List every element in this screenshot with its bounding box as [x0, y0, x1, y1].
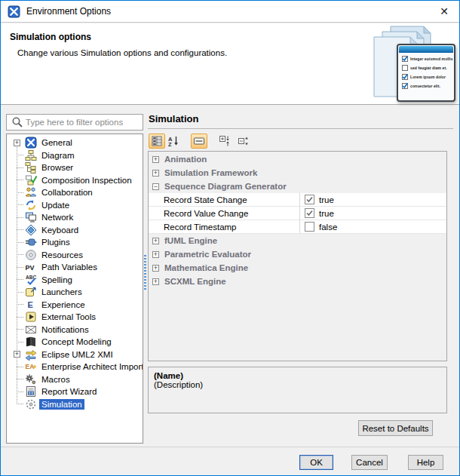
- options-tree[interactable]: +GeneralDiagramBrowserComposition Inspec…: [6, 134, 143, 444]
- option-group-parametric-evaluator[interactable]: +Parametric Evaluator: [149, 247, 446, 261]
- path-variables-icon: PV: [25, 261, 37, 273]
- record-state-change-checkbox[interactable]: [305, 195, 314, 204]
- sidebar-item-path-variables[interactable]: PVPath Variables: [7, 261, 143, 274]
- option-label: Record State Change: [149, 193, 299, 206]
- tree-branch-line: [17, 392, 23, 392]
- reset-to-defaults-button[interactable]: Reset to Defaults: [358, 420, 433, 436]
- splitter-handle[interactable]: [144, 255, 146, 291]
- categorized-view-button[interactable]: [149, 134, 165, 149]
- option-group-sequence-diagram-generator[interactable]: −Sequence Diagram Generator: [149, 180, 446, 193]
- help-button[interactable]: Help: [408, 455, 443, 470]
- sidebar-item-resources[interactable]: Resources: [7, 249, 143, 262]
- sidebar-item-plugins[interactable]: Plugins: [7, 236, 143, 249]
- filter-input[interactable]: [26, 118, 140, 127]
- option-row-record-timestamp[interactable]: Record Timestampfalse: [149, 220, 446, 234]
- tree-branch-line: [17, 329, 23, 330]
- title-separator: [148, 128, 453, 129]
- option-name-placeholder: (Name): [154, 371, 441, 380]
- record-value-change-checkbox[interactable]: [305, 208, 314, 218]
- tree-branch-line: [17, 204, 23, 205]
- sidebar-item-external-tools[interactable]: External Tools: [7, 311, 143, 324]
- sidebar-item-simulation[interactable]: Simulation: [7, 398, 143, 411]
- footer-separator: [1, 447, 459, 447]
- search-icon: [11, 116, 23, 128]
- checklist-item: sed feugiat diam et.: [402, 65, 452, 71]
- sidebar-item-update[interactable]: Update: [7, 199, 143, 212]
- option-row-record-value-change[interactable]: Record Value Changetrue: [149, 207, 446, 220]
- option-row-record-state-change[interactable]: Record State Changetrue: [149, 193, 446, 207]
- collapse-all-icon: [238, 135, 250, 147]
- expand-box-icon[interactable]: +: [152, 238, 159, 244]
- checklist-item-label: Lorem ipsum dolor: [410, 75, 446, 79]
- checked-checkbox-icon: [402, 74, 408, 80]
- tree-expand-icon[interactable]: +: [14, 351, 20, 358]
- close-icon[interactable]: ✕: [436, 5, 452, 17]
- sidebar-item-macros[interactable]: Macros: [7, 373, 143, 386]
- sidebar-item-label: Notifications: [39, 324, 91, 335]
- sidebar-item-general[interactable]: +General: [7, 137, 143, 149]
- sidebar-item-label: Enterprise Architect Import: [39, 361, 143, 372]
- external-tools-icon: [25, 311, 37, 323]
- sidebar-item-launchers[interactable]: Launchers: [7, 286, 143, 299]
- sidebar-item-label: Update: [39, 200, 72, 210]
- expand-box-icon[interactable]: +: [152, 170, 159, 177]
- option-group-animation[interactable]: +Animation: [149, 152, 446, 166]
- expand-box-icon[interactable]: +: [152, 251, 159, 258]
- option-value-cell: true: [299, 193, 446, 206]
- sidebar-item-report-wizard[interactable]: Report Wizard: [7, 385, 143, 398]
- show-description-button[interactable]: [191, 134, 207, 149]
- collapse-all-button[interactable]: [235, 134, 252, 149]
- tree-branch-line: [17, 267, 23, 268]
- sidebar-item-diagram[interactable]: Diagram: [7, 149, 143, 162]
- option-group-simulation-framework[interactable]: +Simulation Framework: [149, 166, 446, 180]
- ok-button[interactable]: OK: [299, 455, 333, 470]
- sidebar-item-composition-inspection[interactable]: Composition Inspection: [7, 174, 143, 187]
- option-group-label: Parametric Evaluator: [164, 250, 251, 259]
- option-description-placeholder: (Description): [154, 380, 441, 389]
- option-group-mathematica-engine[interactable]: +Mathematica Engine: [149, 261, 446, 275]
- composition-inspection-icon: [25, 174, 37, 186]
- tree-branch-line: [17, 342, 23, 342]
- sidebar-item-notifications[interactable]: Notifications: [7, 324, 143, 336]
- cancel-button[interactable]: Cancel: [351, 455, 388, 470]
- checklist-item: Lorem ipsum dolor: [402, 74, 452, 80]
- svg-text:Z: Z: [168, 141, 172, 147]
- checklist-item: consectetur elit.: [402, 83, 452, 89]
- checklist-item-label: Integer euismod mollis: [410, 57, 453, 61]
- sidebar-item-network[interactable]: Network: [7, 211, 143, 224]
- sidebar-item-keyboard[interactable]: Keyboard: [7, 224, 143, 237]
- sidebar-item-eclipse-uml2-xmi[interactable]: +Eclipse UML2 XMI: [7, 349, 143, 361]
- svg-text:PV: PV: [26, 264, 35, 272]
- tree-branch-line: [17, 192, 23, 193]
- option-group-fuml-engine[interactable]: +fUML Engine: [149, 234, 446, 247]
- sidebar-item-spelling[interactable]: ABCSpelling: [7, 274, 143, 287]
- sidebar-item-label: Network: [39, 212, 75, 223]
- tree-branch-line: [17, 279, 23, 280]
- option-label: Record Timestamp: [149, 220, 299, 233]
- tree-branch-line: [17, 292, 23, 293]
- tree-branch-line: [17, 367, 23, 367]
- option-group-scxml-engine[interactable]: +SCXML Engine: [149, 275, 446, 288]
- expand-box-icon[interactable]: +: [152, 265, 159, 272]
- sidebar-item-enterprise-architect-import[interactable]: EAEnterprise Architect Import: [7, 361, 143, 373]
- sidebar-item-experience[interactable]: EExperience: [7, 299, 143, 312]
- collaboration-icon: [25, 186, 37, 198]
- tree-expand-icon[interactable]: +: [14, 140, 20, 146]
- environment-options-dialog: Environment Options ✕ Simulation options…: [0, 0, 460, 476]
- alphabetical-view-button[interactable]: AZ: [165, 134, 182, 149]
- checklist-item-label: consectetur elit.: [410, 84, 440, 88]
- expand-box-icon[interactable]: +: [152, 278, 159, 285]
- titlebar[interactable]: Environment Options ✕: [1, 1, 459, 23]
- expand-all-button[interactable]: [216, 134, 233, 149]
- sidebar-item-concept-modeling[interactable]: Concept Modeling: [7, 336, 143, 349]
- option-group-label: SCXML Engine: [164, 277, 226, 286]
- record-timestamp-checkbox[interactable]: [305, 222, 314, 232]
- expand-box-icon[interactable]: +: [152, 156, 159, 163]
- sidebar-item-label: Concept Modeling: [39, 336, 114, 347]
- show-description-icon: [193, 135, 205, 147]
- sidebar-item-collaboration[interactable]: Collaboration: [7, 186, 143, 199]
- collapse-box-icon[interactable]: −: [152, 183, 159, 190]
- option-value-text: false: [319, 223, 337, 232]
- sidebar-item-browser[interactable]: Browser: [7, 161, 143, 174]
- checklist-panel: Integer euismod mollissed feugiat diam e…: [397, 44, 455, 102]
